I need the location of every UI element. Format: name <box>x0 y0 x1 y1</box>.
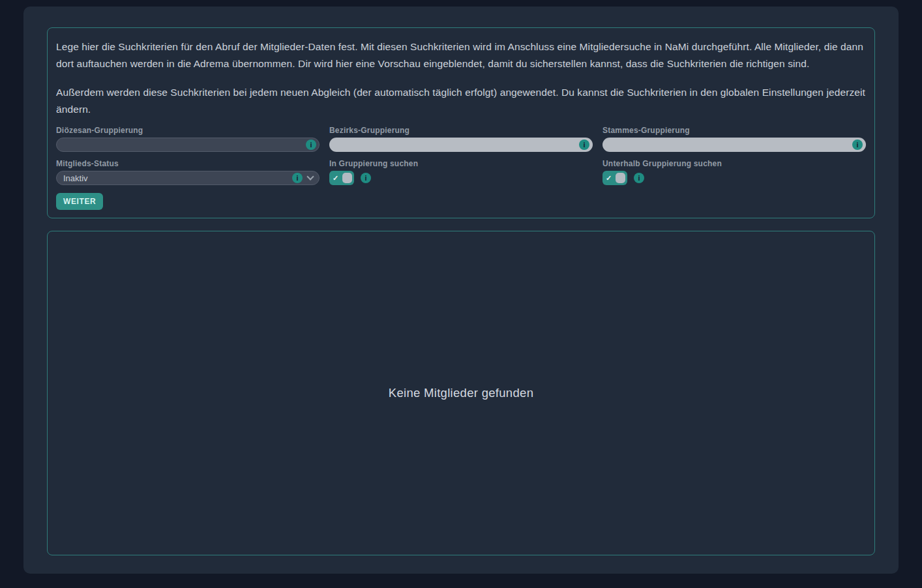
weiter-button[interactable]: WEITER <box>56 193 103 210</box>
mitglieds-status-select-wrap: i <box>56 171 320 185</box>
field-bezirks-gruppierung: Bezirks-Gruppierung i <box>329 126 593 152</box>
unterhalb-gruppierung-suchen-label: Unterhalb Gruppierung suchen <box>602 159 866 168</box>
mitglieds-status-select[interactable] <box>56 171 320 185</box>
stammes-gruppierung-label: Stammes-Gruppierung <box>602 126 866 135</box>
info-icon[interactable]: i <box>852 140 863 150</box>
info-icon[interactable]: i <box>306 140 316 150</box>
stammes-gruppierung-input <box>602 138 866 152</box>
field-diozesan-gruppierung: Diözesan-Gruppierung i <box>56 126 320 152</box>
results-panel: Keine Mitglieder gefunden <box>47 231 875 555</box>
toggle-knob <box>342 173 352 183</box>
mitglieds-status-label: Mitglieds-Status <box>56 159 320 168</box>
info-icon[interactable]: i <box>361 173 371 183</box>
bezirks-gruppierung-label: Bezirks-Gruppierung <box>329 126 593 135</box>
diozesan-gruppierung-input[interactable] <box>56 138 320 152</box>
intro-paragraph-2: Außerdem werden diese Suchkriterien bei … <box>56 84 866 118</box>
main-card: Lege hier die Suchkriterien für den Abru… <box>23 7 899 574</box>
criteria-form: Diözesan-Gruppierung i Bezirks-Gruppieru… <box>56 126 866 185</box>
check-icon: ✓ <box>333 174 338 183</box>
check-icon: ✓ <box>606 174 612 183</box>
field-in-gruppierung-suchen: In Gruppierung suchen ✓ i <box>329 159 593 185</box>
in-gruppierung-suchen-toggle[interactable]: ✓ <box>329 171 354 185</box>
criteria-panel: Lege hier die Suchkriterien für den Abru… <box>47 27 875 218</box>
unterhalb-gruppierung-suchen-toggle[interactable]: ✓ <box>602 171 627 185</box>
bezirks-gruppierung-input-wrap: i <box>329 138 593 152</box>
diozesan-gruppierung-label: Diözesan-Gruppierung <box>56 126 320 135</box>
field-mitglieds-status: Mitglieds-Status i <box>56 159 320 185</box>
empty-results-message: Keine Mitglieder gefunden <box>389 386 533 400</box>
field-stammes-gruppierung: Stammes-Gruppierung i <box>602 126 866 152</box>
unterhalb-gruppierung-suchen-row: ✓ i <box>602 171 866 185</box>
intro-paragraph-1: Lege hier die Suchkriterien für den Abru… <box>56 38 866 72</box>
mitglieds-status-icons: i <box>292 173 303 183</box>
info-icon[interactable]: i <box>292 173 303 183</box>
stammes-gruppierung-input-wrap: i <box>602 138 866 152</box>
toggle-knob <box>616 173 625 183</box>
diozesan-gruppierung-input-wrap: i <box>56 138 320 152</box>
info-icon[interactable]: i <box>579 140 589 150</box>
in-gruppierung-suchen-label: In Gruppierung suchen <box>329 159 593 168</box>
info-icon[interactable]: i <box>634 173 644 183</box>
in-gruppierung-suchen-row: ✓ i <box>329 171 593 185</box>
bezirks-gruppierung-input <box>329 138 593 152</box>
field-unterhalb-gruppierung-suchen: Unterhalb Gruppierung suchen ✓ i <box>602 159 866 185</box>
